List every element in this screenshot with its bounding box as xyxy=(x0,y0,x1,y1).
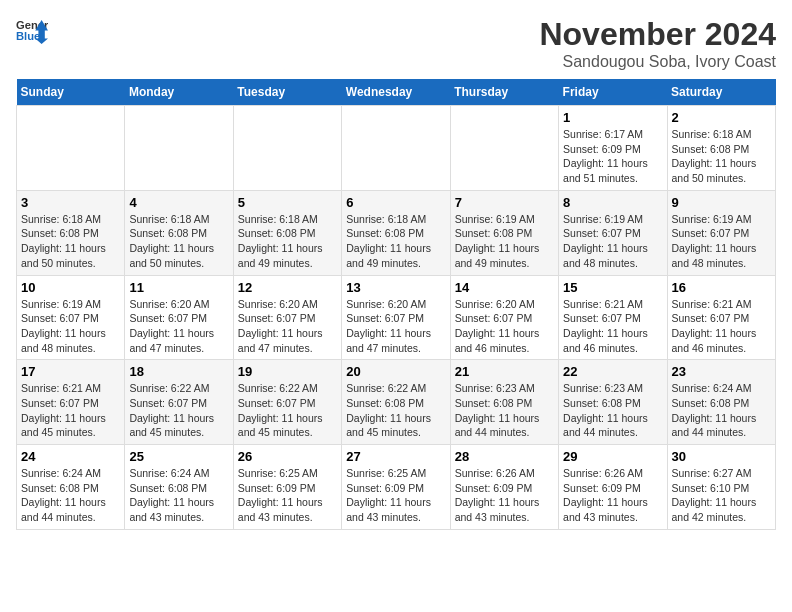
day-info: Sunrise: 6:18 AM Sunset: 6:08 PM Dayligh… xyxy=(238,212,337,271)
day-cell: 16Sunrise: 6:21 AM Sunset: 6:07 PM Dayli… xyxy=(667,275,775,360)
col-header-thursday: Thursday xyxy=(450,79,558,106)
day-cell: 27Sunrise: 6:25 AM Sunset: 6:09 PM Dayli… xyxy=(342,445,450,530)
day-info: Sunrise: 6:26 AM Sunset: 6:09 PM Dayligh… xyxy=(563,466,662,525)
day-info: Sunrise: 6:23 AM Sunset: 6:08 PM Dayligh… xyxy=(455,381,554,440)
day-number: 9 xyxy=(672,195,771,210)
day-info: Sunrise: 6:27 AM Sunset: 6:10 PM Dayligh… xyxy=(672,466,771,525)
day-cell: 26Sunrise: 6:25 AM Sunset: 6:09 PM Dayli… xyxy=(233,445,341,530)
day-cell xyxy=(450,106,558,191)
day-number: 27 xyxy=(346,449,445,464)
day-info: Sunrise: 6:26 AM Sunset: 6:09 PM Dayligh… xyxy=(455,466,554,525)
day-number: 10 xyxy=(21,280,120,295)
day-number: 16 xyxy=(672,280,771,295)
day-cell: 23Sunrise: 6:24 AM Sunset: 6:08 PM Dayli… xyxy=(667,360,775,445)
day-info: Sunrise: 6:18 AM Sunset: 6:08 PM Dayligh… xyxy=(21,212,120,271)
day-number: 20 xyxy=(346,364,445,379)
day-cell: 12Sunrise: 6:20 AM Sunset: 6:07 PM Dayli… xyxy=(233,275,341,360)
day-cell: 14Sunrise: 6:20 AM Sunset: 6:07 PM Dayli… xyxy=(450,275,558,360)
day-number: 26 xyxy=(238,449,337,464)
day-cell: 1Sunrise: 6:17 AM Sunset: 6:09 PM Daylig… xyxy=(559,106,667,191)
day-number: 7 xyxy=(455,195,554,210)
day-info: Sunrise: 6:20 AM Sunset: 6:07 PM Dayligh… xyxy=(455,297,554,356)
day-info: Sunrise: 6:21 AM Sunset: 6:07 PM Dayligh… xyxy=(21,381,120,440)
day-cell: 6Sunrise: 6:18 AM Sunset: 6:08 PM Daylig… xyxy=(342,190,450,275)
day-number: 4 xyxy=(129,195,228,210)
day-cell: 13Sunrise: 6:20 AM Sunset: 6:07 PM Dayli… xyxy=(342,275,450,360)
day-cell xyxy=(233,106,341,191)
day-number: 24 xyxy=(21,449,120,464)
day-number: 19 xyxy=(238,364,337,379)
day-number: 18 xyxy=(129,364,228,379)
week-row-1: 1Sunrise: 6:17 AM Sunset: 6:09 PM Daylig… xyxy=(17,106,776,191)
day-number: 1 xyxy=(563,110,662,125)
day-cell: 18Sunrise: 6:22 AM Sunset: 6:07 PM Dayli… xyxy=(125,360,233,445)
week-row-2: 3Sunrise: 6:18 AM Sunset: 6:08 PM Daylig… xyxy=(17,190,776,275)
day-info: Sunrise: 6:22 AM Sunset: 6:08 PM Dayligh… xyxy=(346,381,445,440)
day-cell: 22Sunrise: 6:23 AM Sunset: 6:08 PM Dayli… xyxy=(559,360,667,445)
header: General Blue November 2024 Sandougou Sob… xyxy=(16,16,776,71)
day-cell: 9Sunrise: 6:19 AM Sunset: 6:07 PM Daylig… xyxy=(667,190,775,275)
calendar-header-row: SundayMondayTuesdayWednesdayThursdayFrid… xyxy=(17,79,776,106)
day-cell xyxy=(125,106,233,191)
main-title: November 2024 xyxy=(539,16,776,53)
day-number: 5 xyxy=(238,195,337,210)
col-header-monday: Monday xyxy=(125,79,233,106)
day-info: Sunrise: 6:24 AM Sunset: 6:08 PM Dayligh… xyxy=(129,466,228,525)
week-row-3: 10Sunrise: 6:19 AM Sunset: 6:07 PM Dayli… xyxy=(17,275,776,360)
day-cell: 11Sunrise: 6:20 AM Sunset: 6:07 PM Dayli… xyxy=(125,275,233,360)
subtitle: Sandougou Soba, Ivory Coast xyxy=(539,53,776,71)
logo: General Blue xyxy=(16,16,48,44)
day-number: 25 xyxy=(129,449,228,464)
day-info: Sunrise: 6:18 AM Sunset: 6:08 PM Dayligh… xyxy=(346,212,445,271)
day-info: Sunrise: 6:23 AM Sunset: 6:08 PM Dayligh… xyxy=(563,381,662,440)
day-info: Sunrise: 6:18 AM Sunset: 6:08 PM Dayligh… xyxy=(129,212,228,271)
day-info: Sunrise: 6:21 AM Sunset: 6:07 PM Dayligh… xyxy=(672,297,771,356)
col-header-friday: Friday xyxy=(559,79,667,106)
day-number: 8 xyxy=(563,195,662,210)
day-info: Sunrise: 6:17 AM Sunset: 6:09 PM Dayligh… xyxy=(563,127,662,186)
day-cell: 8Sunrise: 6:19 AM Sunset: 6:07 PM Daylig… xyxy=(559,190,667,275)
day-number: 11 xyxy=(129,280,228,295)
day-info: Sunrise: 6:19 AM Sunset: 6:07 PM Dayligh… xyxy=(563,212,662,271)
col-header-tuesday: Tuesday xyxy=(233,79,341,106)
day-number: 14 xyxy=(455,280,554,295)
day-info: Sunrise: 6:18 AM Sunset: 6:08 PM Dayligh… xyxy=(672,127,771,186)
svg-text:Blue: Blue xyxy=(16,30,40,42)
day-number: 22 xyxy=(563,364,662,379)
day-number: 17 xyxy=(21,364,120,379)
day-cell: 5Sunrise: 6:18 AM Sunset: 6:08 PM Daylig… xyxy=(233,190,341,275)
day-cell: 21Sunrise: 6:23 AM Sunset: 6:08 PM Dayli… xyxy=(450,360,558,445)
day-info: Sunrise: 6:25 AM Sunset: 6:09 PM Dayligh… xyxy=(238,466,337,525)
day-number: 29 xyxy=(563,449,662,464)
col-header-saturday: Saturday xyxy=(667,79,775,106)
day-number: 30 xyxy=(672,449,771,464)
day-info: Sunrise: 6:20 AM Sunset: 6:07 PM Dayligh… xyxy=(346,297,445,356)
day-cell: 20Sunrise: 6:22 AM Sunset: 6:08 PM Dayli… xyxy=(342,360,450,445)
day-number: 21 xyxy=(455,364,554,379)
day-info: Sunrise: 6:19 AM Sunset: 6:07 PM Dayligh… xyxy=(672,212,771,271)
day-cell xyxy=(342,106,450,191)
day-info: Sunrise: 6:25 AM Sunset: 6:09 PM Dayligh… xyxy=(346,466,445,525)
day-number: 2 xyxy=(672,110,771,125)
day-info: Sunrise: 6:19 AM Sunset: 6:08 PM Dayligh… xyxy=(455,212,554,271)
day-number: 3 xyxy=(21,195,120,210)
day-info: Sunrise: 6:19 AM Sunset: 6:07 PM Dayligh… xyxy=(21,297,120,356)
day-info: Sunrise: 6:24 AM Sunset: 6:08 PM Dayligh… xyxy=(21,466,120,525)
day-number: 12 xyxy=(238,280,337,295)
day-number: 23 xyxy=(672,364,771,379)
day-cell: 24Sunrise: 6:24 AM Sunset: 6:08 PM Dayli… xyxy=(17,445,125,530)
day-cell xyxy=(17,106,125,191)
day-cell: 7Sunrise: 6:19 AM Sunset: 6:08 PM Daylig… xyxy=(450,190,558,275)
day-cell: 10Sunrise: 6:19 AM Sunset: 6:07 PM Dayli… xyxy=(17,275,125,360)
day-cell: 4Sunrise: 6:18 AM Sunset: 6:08 PM Daylig… xyxy=(125,190,233,275)
calendar-table: SundayMondayTuesdayWednesdayThursdayFrid… xyxy=(16,79,776,530)
day-info: Sunrise: 6:20 AM Sunset: 6:07 PM Dayligh… xyxy=(129,297,228,356)
day-cell: 15Sunrise: 6:21 AM Sunset: 6:07 PM Dayli… xyxy=(559,275,667,360)
day-cell: 30Sunrise: 6:27 AM Sunset: 6:10 PM Dayli… xyxy=(667,445,775,530)
title-area: November 2024 Sandougou Soba, Ivory Coas… xyxy=(539,16,776,71)
day-cell: 29Sunrise: 6:26 AM Sunset: 6:09 PM Dayli… xyxy=(559,445,667,530)
day-info: Sunrise: 6:21 AM Sunset: 6:07 PM Dayligh… xyxy=(563,297,662,356)
day-cell: 25Sunrise: 6:24 AM Sunset: 6:08 PM Dayli… xyxy=(125,445,233,530)
day-number: 28 xyxy=(455,449,554,464)
day-cell: 3Sunrise: 6:18 AM Sunset: 6:08 PM Daylig… xyxy=(17,190,125,275)
